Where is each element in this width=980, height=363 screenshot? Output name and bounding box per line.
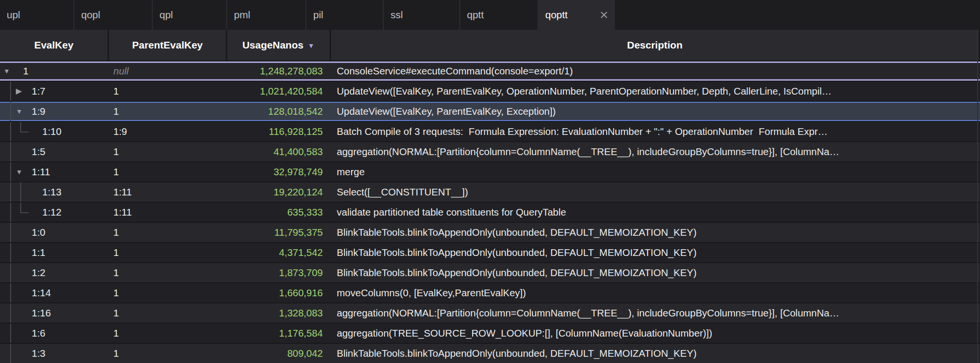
evalkey-cell: 1:0 <box>0 223 108 242</box>
usagenanos-cell: 1,021,420,584 <box>226 85 330 97</box>
collapse-row-icon[interactable]: ▼ <box>16 108 23 115</box>
tab-label: qpl <box>159 9 173 21</box>
evalkey-value: 1:13 <box>42 186 61 198</box>
table-row[interactable]: 1:1611,328,083aggregation(NORMAL:[Partit… <box>0 303 980 324</box>
tree-indent-guide <box>10 203 11 222</box>
tab-pml[interactable]: pml <box>227 0 306 30</box>
column-header-evalkey[interactable]: EvalKey <box>0 30 108 60</box>
usagenanos-cell: 4,371,542 <box>226 247 330 258</box>
tree-indent-guide <box>10 82 11 101</box>
table-row[interactable]: 1:114,371,542BlinkTableTools.blinkToAppe… <box>0 243 980 263</box>
table-row[interactable]: 1:5141,400,583aggregation(NORMAL:[Partit… <box>0 142 980 162</box>
table-row[interactable]: ▼1null1,248,278,083ConsoleService#execut… <box>0 61 980 82</box>
sort-desc-icon: ▼ <box>308 42 315 49</box>
evalkey-cell: 1:1 <box>0 243 108 262</box>
description-cell: validate partitioned table constituents … <box>330 206 980 218</box>
parentevalkey-cell: 1 <box>108 287 226 299</box>
tree-indent-guide <box>10 142 11 161</box>
column-header-parentevalkey[interactable]: ParentEvalKey <box>108 30 226 60</box>
description-cell: UpdateView([EvalKey, ParentEvalKey, Exce… <box>330 106 980 117</box>
evalkey-value: 1:1 <box>32 247 46 258</box>
parentevalkey-cell: 1:9 <box>108 126 226 137</box>
table-row[interactable]: ▼1:91128,018,542UpdateView([EvalKey, Par… <box>0 102 980 122</box>
table-right-edge <box>977 30 978 363</box>
description-cell: BlinkTableTools.blinkToAppendOnly(unboun… <box>330 267 980 278</box>
table-row[interactable]: 1:131:1119,220,124Select([__CONSTITUENT_… <box>0 182 980 203</box>
column-header-label: ParentEvalKey <box>132 39 203 51</box>
tab-qpl[interactable]: qpl <box>153 0 227 30</box>
column-header-label: EvalKey <box>34 39 74 51</box>
evalkey-cell: ▼1:9 <box>0 102 108 121</box>
column-header-description[interactable]: Description <box>330 30 980 60</box>
table-row[interactable]: 1:0111,795,375BlinkTableTools.blinkToApp… <box>0 223 980 243</box>
tab-label: pml <box>234 9 250 21</box>
tab-label: ssl <box>391 9 403 21</box>
tree-indent-guide <box>10 182 11 202</box>
table-row[interactable]: 1:101:9116,928,125Batch Compile of 3 req… <box>0 122 980 142</box>
tab-label: upl <box>7 9 20 21</box>
tab-bar: uplqoplqplpmlpilsslqpttqoptt× <box>0 0 980 30</box>
tab-qopl[interactable]: qopl <box>74 0 153 30</box>
usagenanos-cell: 1,328,083 <box>226 307 330 319</box>
query-performance-log-panel: uplqoplqplpmlpilsslqpttqoptt× EvalKey Pa… <box>0 0 980 363</box>
tab-qptt[interactable]: qptt <box>460 0 539 30</box>
collapse-row-icon[interactable]: ▼ <box>3 68 10 74</box>
evalkey-cell: ▼1:11 <box>0 162 108 182</box>
parentevalkey-cell: 1 <box>108 267 226 278</box>
evalkey-cell: 1:10 <box>0 122 108 141</box>
parentevalkey-cell: 1:11 <box>108 186 226 198</box>
tree-indent-guide <box>10 303 11 323</box>
usagenanos-cell: 809,042 <box>226 348 330 359</box>
evalkey-value: 1:10 <box>42 126 61 137</box>
collapse-row-icon[interactable]: ▼ <box>16 169 23 175</box>
tab-pil[interactable]: pil <box>306 0 384 30</box>
description-cell: moveColumns(0, [EvalKey,ParentEvalKey]) <box>330 287 980 299</box>
close-tab-icon[interactable]: × <box>600 8 608 22</box>
column-header-usagenanos[interactable]: UsageNanos ▼ <box>226 30 330 60</box>
tab-label: qoptt <box>545 9 568 21</box>
evalkey-cell: 1:2 <box>0 263 108 282</box>
tab-qoptt[interactable]: qoptt× <box>539 0 615 30</box>
evalkey-value: 1:12 <box>42 206 61 218</box>
parentevalkey-cell: 1 <box>108 85 226 97</box>
usagenanos-cell: 1,176,584 <box>226 327 330 339</box>
description-cell: Select([__CONSTITUENT__]) <box>330 186 980 198</box>
parentevalkey-cell: 1 <box>108 307 226 319</box>
evalkey-value: 1:7 <box>32 85 46 97</box>
usagenanos-cell: 635,333 <box>226 206 330 218</box>
table-row[interactable]: ▶1:711,021,420,584UpdateView([EvalKey, P… <box>0 82 980 102</box>
table-row[interactable]: 1:31809,042BlinkTableTools.blinkToAppend… <box>0 344 980 363</box>
tree-elbow-horizontal <box>20 132 29 133</box>
tree-indent-guide <box>20 182 21 202</box>
table-row[interactable]: 1:1411,660,916moveColumns(0, [EvalKey,Pa… <box>0 283 980 303</box>
tab-label: qptt <box>467 9 484 21</box>
tree-indent-guide <box>10 162 11 182</box>
table-row[interactable]: 1:121:11635,333validate partitioned tabl… <box>0 203 980 223</box>
table-row[interactable]: ▼1:11132,978,749merge <box>0 162 980 182</box>
tree-indent-guide <box>10 223 11 242</box>
usagenanos-cell: 116,928,125 <box>226 126 330 137</box>
expand-row-icon[interactable]: ▶ <box>16 87 22 95</box>
evalkey-cell: 1:5 <box>0 142 108 161</box>
evalkey-cell: 1:13 <box>0 182 108 202</box>
parentevalkey-cell: 1 <box>108 247 226 258</box>
evalkey-value: 1 <box>23 65 28 77</box>
table-row[interactable]: 1:611,176,584aggregation(TREE_SOURCE_ROW… <box>0 324 980 344</box>
tree-indent-guide <box>10 263 11 282</box>
tab-ssl[interactable]: ssl <box>384 0 460 30</box>
description-cell: Batch Compile of 3 requests: Formula Exp… <box>330 126 980 137</box>
parentevalkey-cell: 1 <box>108 327 226 339</box>
description-cell: BlinkTableTools.blinkToAppendOnly(unboun… <box>330 247 980 258</box>
description-cell: merge <box>330 166 980 178</box>
description-cell: BlinkTableTools.blinkToAppendOnly(unboun… <box>330 348 980 359</box>
tree-indent-guide <box>10 122 11 141</box>
usagenanos-cell: 32,978,749 <box>226 166 330 178</box>
evalkey-cell: ▶1:7 <box>0 82 108 101</box>
tab-label: pil <box>313 9 323 21</box>
tab-upl[interactable]: upl <box>0 0 74 30</box>
usagenanos-cell: 128,018,542 <box>226 106 330 117</box>
usagenanos-cell: 1,660,916 <box>226 287 330 299</box>
table-row[interactable]: 1:211,873,709BlinkTableTools.blinkToAppe… <box>0 263 980 283</box>
table-body: ▼1null1,248,278,083ConsoleService#execut… <box>0 61 980 363</box>
tree-elbow-horizontal <box>20 212 29 213</box>
